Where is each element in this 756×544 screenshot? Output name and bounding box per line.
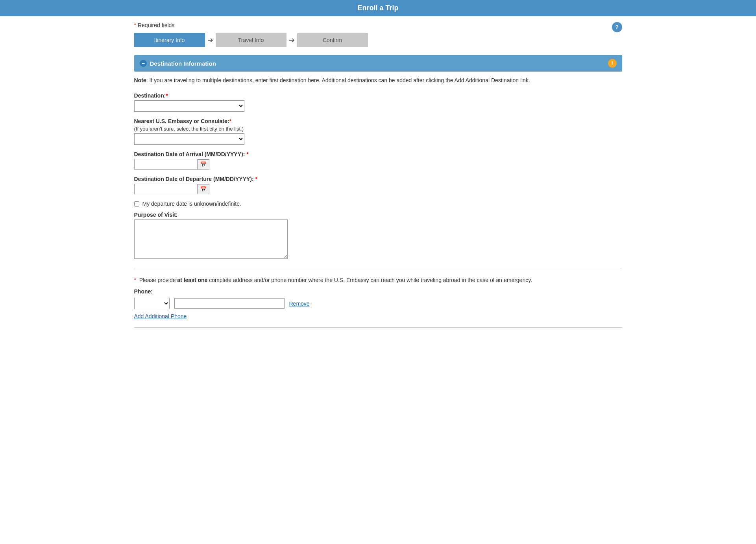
page-title: Enroll a Trip [357,4,398,12]
arrow-1: ➔ [207,36,213,44]
destination-group: Destination:* [134,92,622,112]
purpose-textarea[interactable] [134,219,288,259]
purpose-group: Purpose of Visit: [134,212,622,260]
page-header: Enroll a Trip [0,0,756,16]
embassy-select[interactable] [134,133,244,145]
help-icon[interactable]: ? [612,22,622,32]
section-title: Destination Information [150,60,216,67]
remove-phone-button[interactable]: Remove [289,301,310,307]
departure-calendar-button[interactable]: 📅 [197,184,209,194]
departure-date-input[interactable] [134,184,197,194]
required-note: *Required fields [134,22,622,28]
departure-date-wrapper: 📅 [134,184,622,194]
destination-note: Note: If you are traveling to multiple d… [134,76,622,85]
destination-section-header: − Destination Information ! [134,55,622,72]
purpose-label: Purpose of Visit: [134,212,622,218]
arrival-date-input[interactable] [134,159,197,170]
emergency-asterisk: * [134,277,136,283]
unknown-departure-checkbox[interactable] [134,201,139,207]
embassy-label: Nearest U.S. Embassy or Consulate:* [134,118,622,124]
phone-row: Home Mobile Work Remove [134,298,622,309]
destination-label: Destination:* [134,92,622,99]
section-header-left: − Destination Information [140,60,216,67]
destination-select[interactable] [134,100,244,112]
section-divider [134,268,622,268]
arrival-group: Destination Date of Arrival (MM/DD/YYYY)… [134,151,622,170]
step-travel-info[interactable]: Travel Info [216,33,287,47]
emergency-bold: at least one [177,277,207,283]
note-text: : If you are traveling to multiple desti… [146,77,530,83]
departure-label: Destination Date of Departure (MM/DD/YYY… [134,176,622,182]
required-asterisk: * [134,22,136,28]
embassy-required: * [229,118,231,124]
note-prefix: Note [134,77,146,83]
phone-label: Phone: [134,288,622,295]
embassy-sublabel: (If you aren't sure, select the first ci… [134,126,622,132]
emergency-note: * Please provide at least one complete a… [134,276,622,284]
add-additional-phone-button[interactable]: Add Additional Phone [134,313,187,319]
arrival-date-wrapper: 📅 [134,159,622,170]
departure-required: * [255,176,257,182]
unknown-departure-row: My departure date is unknown/indefinite. [134,201,622,207]
phone-number-input[interactable] [174,298,285,309]
steps-nav: Itinerary Info ➔ Travel Info ➔ Confirm [134,33,622,47]
arrow-2: ➔ [289,36,295,44]
arrival-required: * [246,151,248,157]
departure-group: Destination Date of Departure (MM/DD/YYY… [134,176,622,194]
destination-required: * [166,92,168,99]
arrival-calendar-button[interactable]: 📅 [197,159,209,170]
phone-type-select[interactable]: Home Mobile Work [134,298,170,309]
step-confirm[interactable]: Confirm [297,33,368,47]
collapse-icon[interactable]: − [140,60,147,67]
arrival-label: Destination Date of Arrival (MM/DD/YYYY)… [134,151,622,157]
step-itinerary-info[interactable]: Itinerary Info [134,33,205,47]
embassy-group: Nearest U.S. Embassy or Consulate:* (If … [134,118,622,145]
bottom-divider [134,327,622,328]
warning-icon: ! [608,59,617,68]
unknown-departure-label: My departure date is unknown/indefinite. [142,201,241,207]
